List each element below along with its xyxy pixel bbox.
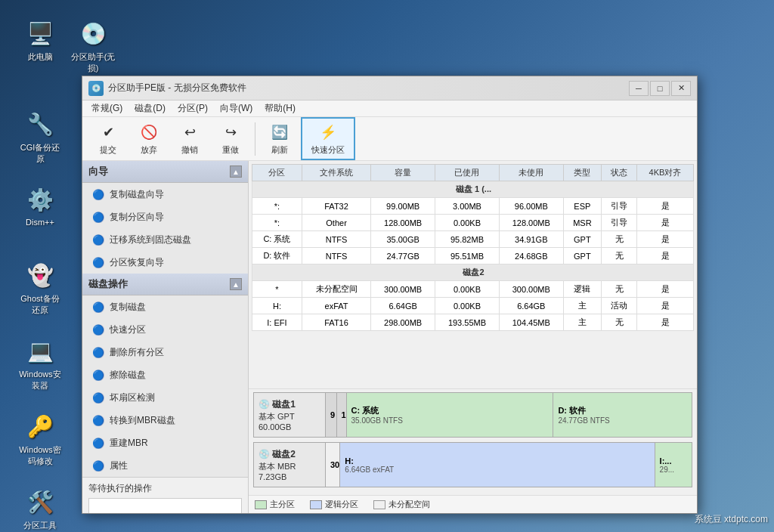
- sidebar-item-copy-disk[interactable]: 🔵 复制磁盘向导: [82, 183, 248, 206]
- sidebar-item-wipe-disk[interactable]: 🔵 擦除磁盘: [82, 363, 248, 386]
- rebuild-mbr-icon: 🔵: [91, 436, 105, 450]
- partition-recovery-icon: 🔵: [91, 255, 105, 269]
- toolbar-refresh[interactable]: 🔄 刷新: [260, 119, 299, 159]
- desktop-icon-partition-tool[interactable]: 🛠️ 分区工具DiskGenius: [14, 484, 67, 532]
- migrate-ssd-icon: 🔵: [91, 233, 105, 246]
- toolbar-redo[interactable]: ↪ 重做: [211, 119, 250, 159]
- rebuild-mbr-label: 重建MBR: [110, 437, 148, 450]
- title-bar: 💿 分区助手PE版 - 无损分区免费软件 ─ □ ✕: [82, 76, 697, 101]
- sidebar-item-properties[interactable]: 🔵 属性: [82, 454, 248, 477]
- disk1-part-d[interactable]: D: 软件 24.77GB NTFS: [553, 393, 692, 437]
- copy-disk2-label: 复制磁盘: [110, 301, 146, 314]
- refresh-icon: 🔄: [269, 122, 290, 143]
- pending-list: [88, 498, 242, 513]
- table-row[interactable]: *: Other 128.00MB 0.00KB 128.00MB MSR 引导…: [252, 215, 694, 231]
- desktop-icon-cgi-backup[interactable]: 🔧 CGI备份还原: [14, 106, 67, 168]
- disk2-visual: 💿 磁盘2 基本 MBR 7.23GB 30... H: 6.64GB exFA…: [253, 442, 692, 487]
- maximize-button[interactable]: □: [650, 81, 670, 96]
- toolbar-submit[interactable]: ✔ 提交: [88, 119, 128, 159]
- cell-partition: *:: [252, 198, 302, 215]
- minimize-button[interactable]: ─: [629, 81, 649, 96]
- toolbar-undo[interactable]: ↩ 撤销: [170, 119, 209, 159]
- copy-disk-icon: 🔵: [91, 187, 105, 201]
- wizard-section-header: 向导 ▲: [82, 161, 248, 183]
- windows-pwd-label: Windows密码修改: [17, 444, 63, 467]
- wizard-title: 向导: [88, 165, 108, 178]
- cell-status: 引导: [602, 198, 637, 215]
- sidebar-item-copy-disk2[interactable]: 🔵 复制磁盘: [82, 295, 248, 318]
- sidebar-item-copy-partition[interactable]: 🔵 复制分区向导: [82, 206, 248, 228]
- sidebar-item-mbr-convert[interactable]: 🔵 转换到MBR磁盘: [82, 409, 248, 431]
- table-row[interactable]: * 未分配空间 300.00MB 0.00KB 300.00MB 逻辑 无 是: [252, 281, 694, 298]
- desktop-icon-dism[interactable]: ⚙️ Dism++: [14, 181, 67, 230]
- cell-partition: *: [252, 281, 302, 298]
- disk2-part-unalloc[interactable]: 30...: [326, 443, 340, 487]
- menu-partition[interactable]: 分区(P): [172, 101, 214, 116]
- watermark: 系统豆 xtdptc.com: [695, 513, 768, 526]
- sidebar-item-migrate-ssd[interactable]: 🔵 迁移系统到固态磁盘: [82, 228, 248, 251]
- menu-wizard[interactable]: 向导(W): [214, 101, 259, 116]
- disk1-part-esp[interactable]: 9: [326, 393, 337, 437]
- menu-help[interactable]: 帮助(H): [259, 101, 302, 116]
- cell-4kb: 是: [637, 281, 694, 298]
- close-button[interactable]: ✕: [671, 81, 691, 96]
- disk1-part-msr[interactable]: 1: [337, 393, 347, 437]
- desktop-icon-partition-assistant[interactable]: 💿 分区助手(无损): [67, 15, 119, 77]
- toolbar-quick-partition[interactable]: ⚡ 快速分区: [301, 117, 355, 160]
- disk2-header-label: 磁盘2: [252, 264, 694, 281]
- disk2-part-i[interactable]: I:... 29...: [655, 443, 692, 487]
- table-row[interactable]: H: exFAT 6.64GB 0.00KB 6.64GB 主 活动 是: [252, 298, 694, 314]
- sidebar: 向导 ▲ 🔵 复制磁盘向导 🔵 复制分区向导 🔵 迁移系统到固态磁盘 🔵 分区恢…: [82, 161, 249, 513]
- mbr-convert-icon: 🔵: [91, 413, 105, 427]
- col-filesystem: 文件系统: [302, 165, 370, 181]
- bad-sector-label: 坏扇区检测: [110, 391, 155, 404]
- sidebar-item-delete-all[interactable]: 🔵 删除所有分区: [82, 341, 248, 363]
- sidebar-item-rebuild-mbr[interactable]: 🔵 重建MBR: [82, 431, 248, 454]
- cell-type: 主: [563, 298, 601, 314]
- windows-install-icon: 💻: [25, 336, 55, 366]
- cell-status: 无: [602, 314, 637, 331]
- pending-section: 等待执行的操作: [82, 477, 248, 513]
- properties-label: 属性: [110, 459, 128, 472]
- sidebar-item-bad-sector[interactable]: 🔵 坏扇区检测: [82, 386, 248, 409]
- wipe-disk-icon: 🔵: [91, 368, 105, 382]
- disk2-part-h[interactable]: H: 6.64GB exFAT: [340, 443, 655, 487]
- desktop-icon-ghost[interactable]: 👻 Ghost备份还原: [14, 257, 67, 319]
- quick-partition-label: 快速分区: [311, 144, 345, 156]
- disk2-partitions: 30... H: 6.64GB exFAT I:... 29...: [326, 443, 692, 487]
- cell-capacity: 6.64GB: [371, 298, 435, 314]
- toolbar-discard[interactable]: 🚫 放弃: [129, 119, 169, 159]
- cell-free: 300.00MB: [499, 281, 563, 298]
- desktop-icon-windows-pwd[interactable]: 🔑 Windows密码修改: [14, 408, 67, 470]
- disk-ops-title: 磁盘操作: [88, 277, 128, 291]
- cell-status: 引导: [602, 215, 637, 231]
- menu-disk[interactable]: 磁盘(D): [128, 101, 172, 116]
- desktop-icon-this-pc[interactable]: 🖥️ 此电脑: [14, 15, 67, 66]
- cell-type: GPT: [563, 248, 601, 264]
- cell-partition: *:: [252, 215, 302, 231]
- disk1-visual: 💿 磁盘1 基本 GPT 60.00GB 9 1 C: 系统 3: [253, 392, 692, 438]
- menu-general[interactable]: 常规(G): [85, 101, 128, 116]
- sidebar-item-quick-partition2[interactable]: 🔵 快速分区: [82, 318, 248, 341]
- disk2-visual-name: 💿 磁盘2: [259, 448, 320, 461]
- cell-free: 128.00MB: [499, 215, 563, 231]
- undo-icon: ↩: [179, 122, 200, 143]
- table-row[interactable]: I: EFI FAT16 298.00MB 193.55MB 104.45MB …: [252, 314, 694, 331]
- wizard-expand-btn[interactable]: ▲: [230, 165, 242, 178]
- cell-capacity: 99.00MB: [371, 198, 435, 215]
- partition-tool-icon: 🛠️: [25, 487, 55, 517]
- desktop-icon-windows-install[interactable]: 💻 Windows安装器: [14, 332, 67, 394]
- submit-icon: ✔: [98, 122, 119, 143]
- cell-capacity: 300.00MB: [371, 281, 435, 298]
- window-controls: ─ □ ✕: [629, 81, 691, 96]
- disk-ops-expand-btn[interactable]: ▲: [230, 278, 242, 290]
- this-pc-label: 此电脑: [28, 51, 53, 63]
- ghost-label: Ghost备份还原: [17, 293, 63, 316]
- table-row[interactable]: C: 系统 NTFS 35.00GB 95.82MB 34.91GB GPT 无…: [252, 231, 694, 248]
- table-row[interactable]: *: FAT32 99.00MB 3.00MB 96.00MB ESP 引导 是: [252, 198, 694, 215]
- cell-status: 无: [602, 281, 637, 298]
- partition-recovery-label: 分区恢复向导: [110, 256, 164, 269]
- disk1-part-c[interactable]: C: 系统 35.00GB NTFS: [347, 393, 554, 437]
- sidebar-item-partition-recovery[interactable]: 🔵 分区恢复向导: [82, 251, 248, 274]
- table-row[interactable]: D: 软件 NTFS 24.77GB 95.51MB 24.68GB GPT 无…: [252, 248, 694, 264]
